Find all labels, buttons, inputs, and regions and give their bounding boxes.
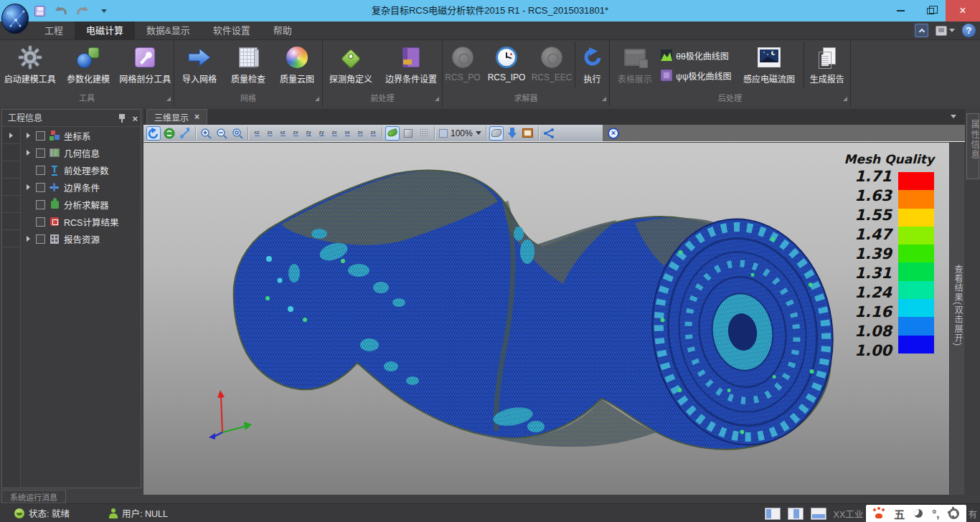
grid-toggle-button[interactable] xyxy=(417,126,431,141)
view-orientation-button[interactable]: zy xyxy=(316,126,327,141)
checkbox[interactable] xyxy=(36,234,45,244)
checkbox[interactable] xyxy=(36,217,45,227)
checkbox[interactable] xyxy=(36,183,45,192)
ime-mode-button[interactable]: 五 xyxy=(894,506,905,521)
generate-report-button[interactable]: 生成报告 xyxy=(804,42,850,89)
dialog-launcher-icon[interactable] xyxy=(602,97,606,101)
zoom-in-button[interactable] xyxy=(199,126,213,141)
tree-item-coordinate-system[interactable]: 坐标系 xyxy=(21,127,141,144)
close-overlay-button[interactable]: × xyxy=(606,126,621,141)
pan-zoom-button[interactable] xyxy=(178,126,192,141)
dialog-launcher-icon[interactable] xyxy=(435,97,439,101)
quality-cloud-button[interactable]: 质量云图 xyxy=(273,42,321,89)
zoom-percent-control[interactable]: 100% xyxy=(439,128,481,138)
button-label: 边界条件设置 xyxy=(385,72,437,85)
checkbox[interactable] xyxy=(36,131,45,141)
zoom-fit-button[interactable] xyxy=(230,126,245,141)
boundary-condition-button[interactable]: 边界条件设置 xyxy=(380,42,442,89)
dialog-launcher-icon[interactable] xyxy=(315,97,319,101)
tree-item-preprocess-params[interactable]: T 前处理参数 xyxy=(21,161,141,179)
rcs-ipo-button[interactable]: RCS_IPO xyxy=(484,42,529,89)
smooth-shade-button[interactable] xyxy=(385,126,400,141)
results-side-tab[interactable]: 查看结果(双击展开) xyxy=(949,143,964,495)
window-style-button[interactable] xyxy=(936,26,955,36)
tab-project[interactable]: 工程 xyxy=(33,22,75,40)
close-button[interactable]: × xyxy=(946,0,980,22)
parametric-modeling-button[interactable]: 参数化建模 xyxy=(61,42,115,89)
close-icon[interactable]: × xyxy=(132,114,138,123)
tab-em-computation[interactable]: 电磁计算 xyxy=(75,22,135,40)
table-display-button[interactable]: 表格展示 xyxy=(610,42,659,89)
psi-polarization-curve-button[interactable]: ψψ极化曲线图 xyxy=(661,67,735,84)
zoom-out-button[interactable] xyxy=(215,126,229,141)
pin-icon[interactable] xyxy=(119,114,125,123)
minimize-button[interactable] xyxy=(885,0,915,22)
project-info-panel: 工程信息 × 坐标系 xyxy=(1,109,141,488)
expander[interactable] xyxy=(24,150,32,156)
dialog-launcher-icon[interactable] xyxy=(843,97,847,101)
help-button[interactable]: ? xyxy=(962,24,976,37)
silhouette-mode-button[interactable] xyxy=(489,126,504,141)
dialog-launcher-icon[interactable] xyxy=(166,97,171,101)
share-view-button[interactable] xyxy=(542,126,556,141)
tree-item-analysis-solver[interactable]: 分析求解器 xyxy=(21,196,141,213)
theta-polarization-curve-button[interactable]: θθ极化曲线图 xyxy=(661,47,735,64)
3d-viewport[interactable]: Mesh Quality 1.711.631.551.471.391.311.2… xyxy=(143,143,949,495)
launch-modeling-tool-button[interactable]: 启动建模工具 xyxy=(0,42,60,89)
view-orientation-button[interactable]: zv xyxy=(354,126,366,141)
rcs-eec-button[interactable]: RCS_EEC xyxy=(530,42,573,89)
refresh-view-button[interactable] xyxy=(162,126,176,141)
rcs-po-button[interactable]: RCS_PO xyxy=(443,42,483,89)
layout-bottom-panel-button[interactable] xyxy=(811,508,826,520)
tab-help[interactable]: 帮助 xyxy=(262,22,303,40)
mesh-partition-tool-button[interactable]: 网格剖分工具 xyxy=(117,42,174,89)
ime-punctuation-button[interactable]: °, xyxy=(932,508,939,520)
expander[interactable] xyxy=(24,236,32,242)
checkbox[interactable] xyxy=(36,200,45,209)
layout-left-panel-button[interactable] xyxy=(765,508,781,520)
chevron-right-icon[interactable] xyxy=(9,133,13,138)
tab-data-display[interactable]: 数据&显示 xyxy=(135,22,202,40)
image-capture-button[interactable] xyxy=(521,126,535,141)
tab-3d-display[interactable]: 三维显示 × xyxy=(146,109,207,125)
view-orientation-button[interactable]: xz xyxy=(251,126,263,141)
import-mesh-button[interactable]: 导入网格 xyxy=(176,42,223,89)
collapse-ribbon-button[interactable] xyxy=(915,24,928,37)
view-orientation-button[interactable]: vx xyxy=(341,126,353,141)
close-tab-icon[interactable]: × xyxy=(194,113,199,122)
export-view-button[interactable] xyxy=(505,126,519,141)
view-orientation-button[interactable]: zy xyxy=(303,126,314,141)
checkbox[interactable] xyxy=(36,148,45,158)
view-orientation-button[interactable]: zx xyxy=(329,126,340,141)
execute-button[interactable]: 执行 xyxy=(575,42,609,89)
app-logo-icon[interactable] xyxy=(1,4,29,34)
system-message-tab[interactable]: 系统运行消息 xyxy=(1,490,66,503)
flat-shade-button[interactable] xyxy=(401,126,415,141)
ime-logo-paw-icon[interactable] xyxy=(873,508,885,518)
expander[interactable] xyxy=(24,184,32,190)
ime-settings-gear-icon[interactable] xyxy=(948,508,959,519)
quality-check-button[interactable]: 质量检查 xyxy=(225,42,272,89)
legend-value-label: 1.16 xyxy=(825,303,892,322)
probe-angle-button[interactable]: 探测角定义 xyxy=(323,42,379,89)
view-orientation-button[interactable]: zx xyxy=(264,126,275,141)
ime-toolbar[interactable]: 五 °, xyxy=(866,505,966,522)
view-orientation-button[interactable]: zx xyxy=(290,126,301,141)
rotate-view-button[interactable] xyxy=(146,126,161,141)
tree-item-rcs-results[interactable]: RCS计算结果 xyxy=(21,213,141,230)
tab-software-settings[interactable]: 软件设置 xyxy=(202,22,262,40)
properties-side-tab[interactable]: 属性信息 xyxy=(966,113,979,179)
expander[interactable] xyxy=(24,133,32,138)
ime-halfwidth-moon-icon[interactable] xyxy=(914,509,923,518)
induced-current-map-button[interactable]: 感应电磁流图 xyxy=(736,42,801,89)
tree-item-boundary-condition[interactable]: 边界条件 xyxy=(21,179,141,196)
tree-item-geometry-info[interactable]: 几何信息 xyxy=(21,144,141,161)
layout-center-panel-button[interactable] xyxy=(788,508,804,520)
checkbox[interactable] xyxy=(36,166,45,175)
view-orientation-button[interactable]: zx xyxy=(367,126,379,141)
meshed-3d-model[interactable] xyxy=(226,166,843,452)
tab-list-dropdown-icon[interactable] xyxy=(951,115,956,118)
tree-item-report-resources[interactable]: 报告资源 xyxy=(21,230,141,247)
view-orientation-button[interactable]: xz xyxy=(277,126,288,141)
restore-button[interactable] xyxy=(915,0,946,22)
